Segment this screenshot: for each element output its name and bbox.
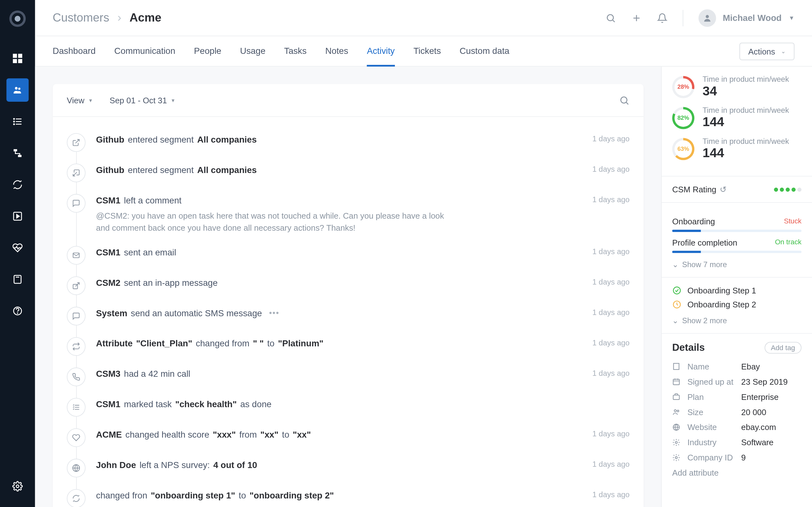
timestamp: 1 days ago [592, 306, 629, 318]
svg-line-34 [75, 139, 79, 143]
breadcrumb-parent[interactable]: Customers [53, 11, 109, 24]
progress-item: Profile completionOn track [672, 238, 802, 253]
metric: 63% Time in product min/week 144 [672, 137, 802, 161]
tab-usage[interactable]: Usage [240, 36, 265, 66]
nav-settings[interactable] [6, 475, 29, 498]
phone-icon [67, 367, 85, 386]
metric: 82% Time in product min/week 144 [672, 106, 802, 130]
svg-rect-47 [673, 363, 679, 370]
svg-point-27 [607, 14, 613, 20]
bell-icon[interactable] [657, 13, 667, 23]
nav-flow[interactable] [6, 141, 29, 165]
date-range-dropdown[interactable]: Sep 01 - Oct 31▾ [109, 96, 174, 105]
plus-icon[interactable] [631, 13, 641, 23]
search-icon[interactable] [619, 95, 629, 106]
metric-label: Time in product min/week [703, 75, 789, 83]
health-icon [67, 428, 85, 447]
tab-notes[interactable]: Notes [325, 36, 348, 66]
tab-communication[interactable]: Communication [114, 36, 175, 66]
svg-line-35 [73, 172, 77, 176]
cycle-icon [67, 489, 85, 507]
actions-label: Actions [748, 47, 775, 56]
svg-rect-3 [18, 59, 22, 63]
add-tag-button[interactable]: Add tag [764, 342, 802, 354]
globe-icon [67, 458, 85, 477]
timestamp: 1 days ago [592, 246, 629, 257]
activity-item: John Doe left a NPS survey: 4 out of 10 … [67, 452, 629, 483]
metric-pct: 63% [672, 137, 694, 160]
activity-item: CSM1 marked task "check health" as done [67, 392, 629, 422]
users-icon [672, 408, 681, 416]
svg-point-10 [14, 121, 14, 122]
check-icon [672, 286, 681, 295]
actions-button[interactable]: Actions ⌄ [740, 43, 794, 60]
activity-item: Attribute "Client_Plan" changed from " "… [67, 331, 629, 361]
chevron-down-icon: ▾ [89, 97, 92, 103]
inapp-icon [67, 276, 85, 295]
metric-pct: 82% [672, 107, 694, 129]
detail-row: Industry Software [672, 438, 802, 447]
progress-item: OnboardingStuck [672, 217, 802, 232]
svg-line-33 [626, 102, 628, 104]
chevron-down-icon: ▾ [171, 97, 174, 103]
nav-health[interactable] [6, 236, 29, 260]
tab-tasks[interactable]: Tasks [284, 36, 307, 66]
add-attribute-button[interactable]: Add attribute [672, 468, 802, 477]
metric-value: 144 [703, 114, 789, 130]
topbar: Customers › Acme Michael Wood ▼ [35, 0, 812, 36]
activity-feed: View▾ Sep 01 - Oct 31▾ Github entered se… [53, 84, 644, 507]
timestamp: 1 days ago [592, 428, 629, 440]
detail-row: Company ID 9 [672, 453, 802, 462]
history-icon[interactable]: ↺ [720, 185, 727, 194]
svg-rect-0 [13, 54, 17, 58]
nav-help[interactable] [6, 299, 29, 323]
details-rail: 28% Time in product min/week 34 82% Time… [661, 66, 812, 507]
nav-play[interactable] [6, 205, 29, 228]
svg-point-32 [621, 97, 627, 103]
svg-rect-12 [14, 149, 17, 152]
svg-point-9 [14, 118, 14, 119]
show-more-steps[interactable]: ⌄Show 2 more [672, 316, 802, 325]
metric-label: Time in product min/week [703, 137, 789, 146]
tab-tickets[interactable]: Tickets [413, 36, 441, 66]
tab-activity[interactable]: Activity [367, 36, 395, 66]
divider [682, 9, 683, 26]
more-icon[interactable]: ••• [269, 306, 280, 319]
show-more-progress[interactable]: ⌄Show 7 more [672, 260, 802, 269]
tab-people[interactable]: People [194, 36, 221, 66]
view-dropdown[interactable]: View▾ [67, 96, 92, 105]
timestamp: 1 days ago [592, 489, 629, 500]
chevron-down-icon: ▼ [789, 14, 794, 21]
svg-point-11 [14, 124, 14, 125]
timestamp: 1 days ago [592, 164, 629, 175]
comment-icon [67, 194, 85, 213]
metric-value: 34 [703, 83, 789, 99]
search-icon[interactable] [605, 13, 616, 23]
svg-point-5 [18, 88, 20, 90]
user-menu[interactable]: Michael Wood ▼ [698, 9, 794, 26]
svg-line-28 [612, 20, 614, 22]
activity-item: CSM3 had a 42 min call 1 days ago [67, 361, 629, 392]
nav-sync[interactable] [6, 173, 29, 196]
metric-label: Time in product min/week [703, 106, 789, 115]
mail-icon [67, 246, 85, 265]
comment-icon [67, 306, 85, 325]
nav-list[interactable] [6, 110, 29, 133]
tab-custom-data[interactable]: Custom data [460, 36, 509, 66]
briefcase-icon [672, 393, 681, 401]
activity-item: changed fron "onboarding step 1" to "onb… [67, 483, 629, 507]
metric-pct: 28% [672, 76, 694, 98]
svg-marker-15 [17, 215, 19, 218]
nav-calc[interactable] [6, 268, 29, 291]
nav-customers[interactable] [6, 78, 29, 102]
activity-item: CSM2 sent an in-app message 1 days ago [67, 270, 629, 301]
gear-icon [672, 453, 681, 462]
nav-dashboard[interactable] [6, 47, 29, 70]
tab-dashboard[interactable]: Dashboard [53, 36, 96, 66]
svg-point-45 [673, 287, 680, 294]
detail-row: Name Ebay [672, 362, 802, 372]
user-name: Michael Wood [723, 13, 781, 23]
svg-point-26 [16, 485, 19, 487]
activity-comment: @CSM2: you have an open task here that w… [96, 210, 447, 234]
timestamp: 1 days ago [592, 367, 629, 379]
